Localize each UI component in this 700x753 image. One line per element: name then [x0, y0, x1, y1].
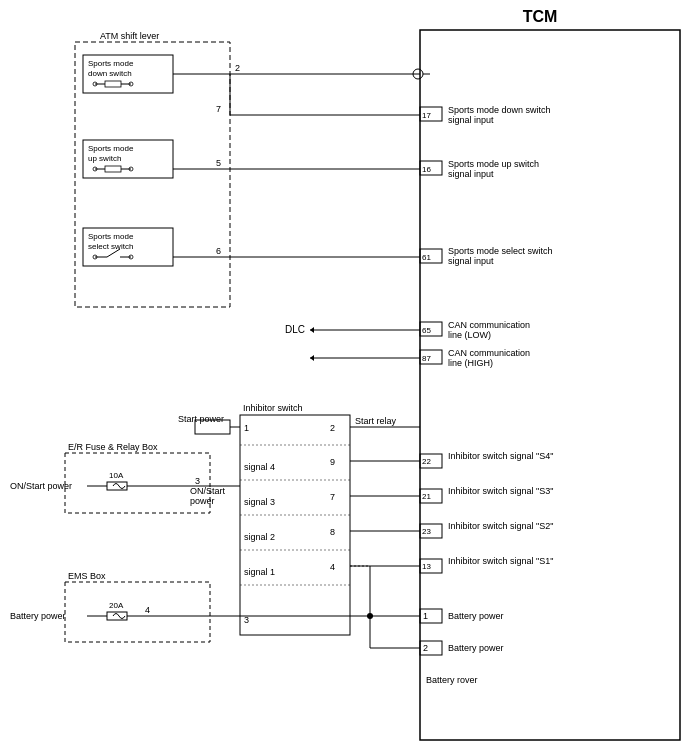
svg-text:8: 8: [330, 527, 335, 537]
svg-text:87: 87: [422, 354, 431, 363]
svg-text:CAN communication: CAN communication: [448, 320, 530, 330]
svg-text:signal input: signal input: [448, 115, 494, 125]
svg-text:line (HIGH): line (HIGH): [448, 358, 493, 368]
svg-text:power: power: [190, 496, 215, 506]
svg-text:Inhibitor switch signal "S4": Inhibitor switch signal "S4": [448, 451, 553, 461]
svg-rect-101: [65, 453, 210, 513]
svg-text:2: 2: [330, 423, 335, 433]
svg-text:Sports mode up switch: Sports mode up switch: [448, 159, 539, 169]
svg-text:Start relay: Start relay: [355, 416, 397, 426]
svg-text:5: 5: [216, 158, 221, 168]
svg-text:23: 23: [422, 527, 431, 536]
svg-marker-56: [310, 327, 314, 333]
svg-text:21: 21: [422, 492, 431, 501]
svg-text:7: 7: [330, 492, 335, 502]
svg-text:9: 9: [330, 457, 335, 467]
svg-text:signal input: signal input: [448, 169, 494, 179]
svg-text:down switch: down switch: [88, 69, 132, 78]
svg-text:16: 16: [422, 165, 431, 174]
svg-rect-16: [105, 166, 121, 172]
svg-text:Sports mode: Sports mode: [88, 144, 134, 153]
svg-text:up switch: up switch: [88, 154, 121, 163]
svg-text:20A: 20A: [109, 601, 124, 610]
svg-text:65: 65: [422, 326, 431, 335]
svg-text:Start power: Start power: [178, 414, 224, 424]
svg-text:ATM shift lever: ATM shift lever: [100, 31, 159, 41]
svg-text:EMS Box: EMS Box: [68, 571, 106, 581]
svg-text:ON/Start power: ON/Start power: [10, 481, 72, 491]
svg-text:Battery power: Battery power: [448, 643, 504, 653]
svg-text:Inhibitor switch signal "S3": Inhibitor switch signal "S3": [448, 486, 553, 496]
svg-text:signal 4: signal 4: [244, 462, 275, 472]
svg-text:DLC: DLC: [285, 324, 305, 335]
svg-text:Sports mode: Sports mode: [88, 59, 134, 68]
svg-text:signal 1: signal 1: [244, 567, 275, 577]
svg-text:22: 22: [422, 457, 431, 466]
svg-text:Inhibitor switch signal "S1": Inhibitor switch signal "S1": [448, 556, 553, 566]
svg-text:1: 1: [244, 423, 249, 433]
svg-text:select switch: select switch: [88, 242, 133, 251]
wiring-diagram: TCM ATM shift lever Sports mode down swi…: [0, 0, 700, 753]
svg-rect-0: [420, 30, 680, 740]
svg-rect-2: [75, 42, 230, 307]
svg-text:13: 13: [422, 562, 431, 571]
svg-text:2: 2: [235, 63, 240, 73]
svg-text:Battery power: Battery power: [448, 611, 504, 621]
svg-text:10A: 10A: [109, 471, 124, 480]
svg-text:Sports mode: Sports mode: [88, 232, 134, 241]
svg-text:Sports mode select switch: Sports mode select switch: [448, 246, 553, 256]
svg-text:ON/Start: ON/Start: [190, 486, 226, 496]
svg-text:61: 61: [422, 253, 431, 262]
svg-rect-118: [107, 612, 127, 620]
svg-text:Sports mode down switch: Sports mode down switch: [448, 105, 551, 115]
svg-text:Inhibitor switch: Inhibitor switch: [243, 403, 303, 413]
svg-marker-62: [310, 355, 314, 361]
svg-rect-8: [105, 81, 121, 87]
svg-text:line (LOW): line (LOW): [448, 330, 491, 340]
svg-text:E/R Fuse & Relay Box: E/R Fuse & Relay Box: [68, 442, 158, 452]
svg-text:Inhibitor switch signal "S2": Inhibitor switch signal "S2": [448, 521, 553, 531]
svg-rect-67: [240, 415, 350, 635]
svg-text:3: 3: [195, 476, 200, 486]
svg-rect-105: [107, 482, 127, 490]
svg-text:TCM: TCM: [523, 8, 558, 25]
svg-text:4: 4: [145, 605, 150, 615]
svg-text:Battery rover: Battery rover: [426, 675, 478, 685]
svg-text:17: 17: [422, 111, 431, 120]
svg-text:6: 6: [216, 246, 221, 256]
svg-text:signal 2: signal 2: [244, 532, 275, 542]
svg-text:CAN communication: CAN communication: [448, 348, 530, 358]
svg-text:4: 4: [330, 562, 335, 572]
svg-text:signal input: signal input: [448, 256, 494, 266]
svg-text:2: 2: [423, 643, 428, 653]
svg-text:1: 1: [423, 611, 428, 621]
svg-text:Battery power: Battery power: [10, 611, 66, 621]
svg-text:7: 7: [216, 104, 221, 114]
svg-text:signal 3: signal 3: [244, 497, 275, 507]
svg-rect-114: [65, 582, 210, 642]
